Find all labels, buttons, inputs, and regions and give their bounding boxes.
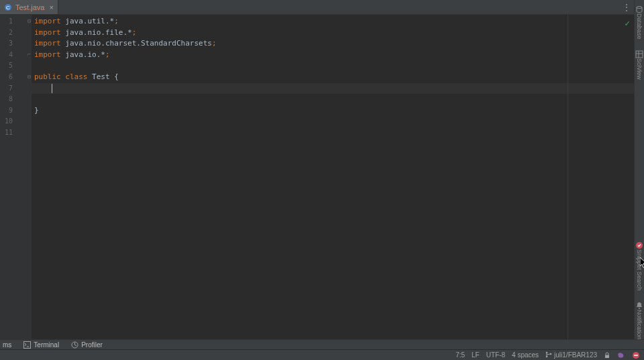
tool-window-problems[interactable]: ms — [0, 341, 14, 349]
bell-icon — [635, 300, 643, 308]
sidebar-tool-sciview[interactable]: SciView — [635, 49, 643, 80]
status-cursor-position[interactable]: 7:5 — [455, 351, 465, 359]
line-number-gutter[interactable]: 1 2 3 4 5 6 7 8 9 10 11 — [0, 15, 17, 339]
status-encoding[interactable]: UTF-8 — [486, 351, 505, 359]
right-tool-sidebar: Database SciView Snippet Search Notifica… — [634, 0, 644, 349]
svg-rect-18 — [634, 355, 638, 356]
svg-rect-3 — [636, 51, 643, 58]
sidebar-label: SciView — [636, 58, 643, 80]
status-bar: 7:5 LF UTF-8 4 spaces juli1/FBAR123 — [0, 349, 644, 360]
svg-rect-8 — [24, 341, 31, 348]
code-line[interactable] — [32, 94, 634, 105]
status-indent[interactable]: 4 spaces — [512, 351, 539, 359]
svg-point-7 — [639, 308, 640, 309]
code-line[interactable]: import java.nio.file.*; — [32, 27, 634, 39]
line-number[interactable]: 5 — [0, 60, 17, 72]
git-branch-icon — [545, 351, 552, 359]
tool-label: ms — [3, 341, 11, 349]
line-number[interactable]: 9 — [0, 105, 17, 117]
code-line[interactable]: import java.nio.charset.StandardCharsets… — [32, 38, 634, 50]
code-line[interactable] — [32, 116, 634, 127]
sidebar-tool-database[interactable]: Database — [635, 4, 643, 40]
line-number[interactable]: 3 — [0, 38, 17, 50]
editor-tab-bar: C Test.java × ⋮ — [0, 0, 634, 15]
sidebar-label: Database — [636, 13, 643, 40]
code-line[interactable] — [32, 83, 634, 95]
code-line[interactable] — [32, 127, 634, 139]
status-line-separator[interactable]: LF — [472, 351, 480, 359]
fold-gutter[interactable]: ⊟ ⌐ ⊟ — [17, 15, 32, 339]
tab-close-icon[interactable]: × — [49, 3, 53, 11]
tool-label: Profiler — [81, 341, 103, 349]
status-readonly-icon[interactable] — [604, 352, 610, 359]
svg-rect-16 — [605, 355, 609, 358]
database-icon — [635, 4, 643, 12]
sidebar-label: Snippet Search — [636, 249, 643, 291]
tool-window-terminal[interactable]: Terminal — [21, 341, 62, 349]
svg-point-13 — [546, 351, 548, 353]
code-line[interactable]: import java.util.*; — [32, 16, 634, 27]
svg-text:C: C — [6, 5, 10, 11]
sidebar-tool-notifications[interactable]: Notifications — [635, 300, 643, 343]
line-number[interactable]: 10 — [0, 116, 17, 127]
code-body[interactable]: import java.util.*;import java.nio.file.… — [32, 15, 634, 339]
tool-window-profiler[interactable]: Profiler — [68, 341, 105, 349]
text-caret — [52, 84, 52, 93]
svg-point-2 — [637, 7, 642, 9]
code-line[interactable]: public class Test { — [32, 72, 634, 83]
branch-name: juli1/FBAR123 — [554, 351, 597, 359]
tab-filename: Test.java — [15, 3, 44, 11]
sciview-icon — [635, 49, 643, 57]
sidebar-label: Notifications — [636, 310, 643, 343]
bottom-tool-bar: ms Terminal Profiler — [0, 339, 644, 349]
line-number[interactable]: 2 — [0, 27, 17, 39]
tool-label: Terminal — [34, 341, 59, 349]
line-number[interactable]: 7 — [0, 83, 17, 95]
line-number[interactable]: 1 — [0, 16, 17, 27]
svg-point-14 — [546, 355, 548, 357]
terminal-icon — [23, 341, 31, 349]
line-number[interactable]: 4 — [0, 50, 17, 61]
sidebar-tool-snippet-search[interactable]: Snippet Search — [635, 240, 643, 291]
profiler-icon — [71, 341, 78, 349]
java-class-icon: C — [4, 3, 12, 11]
svg-line-12 — [75, 345, 77, 346]
status-git-branch[interactable]: juli1/FBAR123 — [545, 351, 597, 359]
file-tab-test-java[interactable]: C Test.java × — [0, 0, 58, 14]
line-number[interactable]: 6 — [0, 72, 17, 83]
code-editor[interactable]: ✓ 1 2 3 4 5 6 7 8 9 10 11 ⊟ ⌐ ⊟ import j… — [0, 15, 634, 339]
status-indicator-icon[interactable] — [632, 351, 640, 359]
status-datadog-icon[interactable] — [617, 351, 625, 359]
line-number[interactable]: 11 — [0, 127, 17, 139]
code-line[interactable]: import java.io.*; — [32, 50, 634, 61]
tab-options-icon[interactable]: ⋮ — [623, 0, 631, 14]
code-line[interactable] — [32, 60, 634, 72]
snippet-search-icon — [635, 240, 643, 248]
code-line[interactable]: } — [32, 105, 634, 117]
line-number[interactable]: 8 — [0, 94, 17, 105]
